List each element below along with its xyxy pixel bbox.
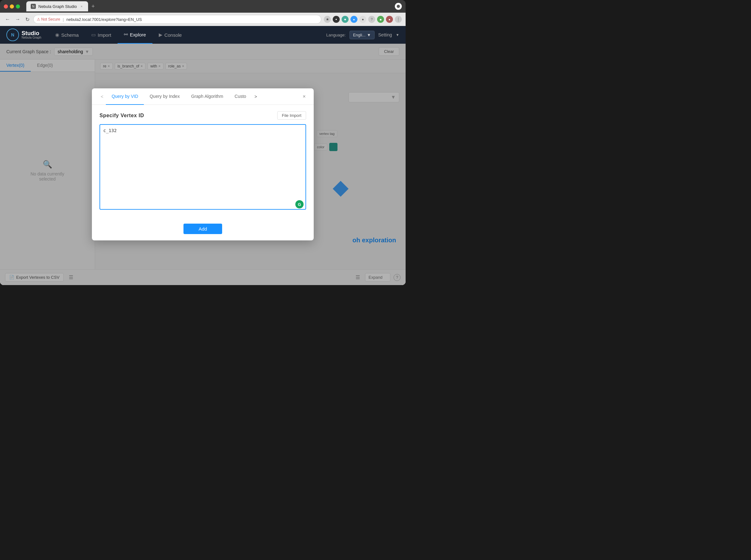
modal-next-button[interactable]: >: [252, 94, 259, 99]
language-select[interactable]: Engli... ▼: [350, 31, 375, 39]
explore-label: Explore: [130, 32, 146, 37]
modal-tab-index[interactable]: Query by Index: [144, 88, 185, 105]
record-button[interactable]: [395, 3, 402, 10]
toolbar-icons: ★ ● ● ● ● ? ■ ● ⋮: [324, 16, 402, 23]
security-warning: ⚠ Not Secure: [37, 17, 60, 22]
modal-tab-custom[interactable]: Custo: [229, 88, 252, 105]
browser-titlebar: N Nebula Graph Studio × +: [0, 0, 406, 13]
browser-toolbar: ← → ↻ ⚠ Not Secure | nebula2.local:7001/…: [0, 13, 406, 26]
nav-explore[interactable]: ⚯ Explore: [118, 26, 153, 44]
traffic-lights: [4, 4, 20, 8]
modal-body: Specify Vertex ID File Import c_132 G: [92, 105, 314, 224]
browser-tabs: N Nebula Graph Studio × +: [26, 1, 392, 12]
app-header: N Studio Nebula Graph ◉ Schema ▭ Import …: [0, 26, 406, 44]
file-import-button[interactable]: File Import: [277, 111, 306, 120]
next-chevron-icon: >: [254, 94, 257, 99]
nav-import[interactable]: ▭ Import: [85, 26, 118, 44]
import-icon: ▭: [91, 32, 96, 38]
browser-window: N Nebula Graph Studio × + ← → ↻ ⚠ Not Se…: [0, 0, 406, 285]
forward-button[interactable]: →: [14, 15, 22, 23]
back-button[interactable]: ←: [4, 15, 12, 23]
bookmark-icon[interactable]: ★: [324, 16, 331, 23]
extension-icon-2[interactable]: ●: [341, 16, 349, 23]
language-label: Language:: [326, 33, 345, 37]
record-icon: [397, 5, 400, 8]
schema-icon: ◉: [55, 32, 59, 38]
import-label: Import: [98, 32, 111, 38]
url-text: nebula2.local:7001/explore?lang=EN_US: [66, 17, 142, 22]
chevron-down-icon: ▼: [367, 33, 371, 37]
nav-schema[interactable]: ◉ Schema: [49, 26, 85, 44]
active-tab[interactable]: N Nebula Graph Studio ×: [26, 1, 88, 12]
modal-close-button[interactable]: ×: [300, 92, 309, 101]
modal-footer: Add: [92, 224, 314, 240]
logo-studio-label: Studio: [22, 31, 41, 36]
modal-dialog: < Query by VID Query by Index Graph Algo…: [92, 88, 314, 240]
app-main: Current Graph Space : shareholding ▼ Cle…: [0, 44, 406, 285]
new-tab-button[interactable]: +: [90, 3, 97, 10]
textarea-wrapper: c_132 G: [99, 124, 306, 211]
minimize-window-button[interactable]: [10, 4, 14, 8]
extension-icon-7[interactable]: ●: [386, 16, 393, 23]
nav-items: ◉ Schema ▭ Import ⚯ Explore ▶ Console: [49, 26, 326, 44]
menu-button[interactable]: ⋮: [395, 16, 402, 23]
nav-right: Language: Engli... ▼ Setting ▼: [326, 31, 399, 39]
extension-icon-6[interactable]: ■: [377, 16, 384, 23]
tab-favicon: N: [31, 4, 36, 9]
schema-label: Schema: [61, 32, 79, 38]
setting-chevron-icon: ▼: [396, 33, 399, 37]
extension-icon-3[interactable]: ●: [351, 16, 357, 23]
tab-close-button[interactable]: ×: [79, 4, 84, 8]
console-icon: ▶: [159, 32, 162, 38]
modal-tab-algorithm[interactable]: Graph Algorithm: [185, 88, 229, 105]
address-bar[interactable]: ⚠ Not Secure | nebula2.local:7001/explor…: [33, 15, 321, 24]
setting-button[interactable]: Setting: [378, 32, 392, 37]
modal-subtitle: Specify Vertex ID: [99, 113, 144, 118]
logo-sub-label: Nebula Graph: [22, 36, 41, 39]
maximize-window-button[interactable]: [16, 4, 20, 8]
modal-prev-button[interactable]: <: [98, 94, 106, 99]
add-button[interactable]: Add: [183, 224, 222, 234]
close-window-button[interactable]: [4, 4, 8, 8]
logo-text: Studio Nebula Graph: [22, 31, 41, 39]
modal-subtitle-row: Specify Vertex ID File Import: [99, 111, 306, 120]
tab-title: Nebula Graph Studio: [38, 4, 77, 9]
modal-header: < Query by VID Query by Index Graph Algo…: [92, 88, 314, 105]
reload-button[interactable]: ↻: [24, 15, 31, 24]
extension-icon-5[interactable]: ?: [368, 16, 375, 23]
extension-icon-4[interactable]: ●: [359, 16, 366, 23]
language-value: Engli...: [353, 33, 366, 37]
app-logo: N Studio Nebula Graph: [6, 28, 41, 41]
modal-tab-vid[interactable]: Query by VID: [106, 88, 144, 105]
console-label: Console: [164, 32, 182, 38]
modal-tabs: < Query by VID Query by Index Graph Algo…: [98, 88, 308, 105]
logo-icon: N: [6, 28, 19, 41]
vertex-id-textarea[interactable]: c_132: [99, 124, 306, 210]
explore-icon: ⚯: [124, 32, 128, 37]
url-separator: |: [63, 17, 64, 22]
nav-console[interactable]: ▶ Console: [153, 26, 188, 44]
app-content: N Studio Nebula Graph ◉ Schema ▭ Import …: [0, 26, 406, 285]
grammarly-icon: G: [295, 200, 303, 208]
extension-icon-1[interactable]: ●: [333, 16, 340, 23]
